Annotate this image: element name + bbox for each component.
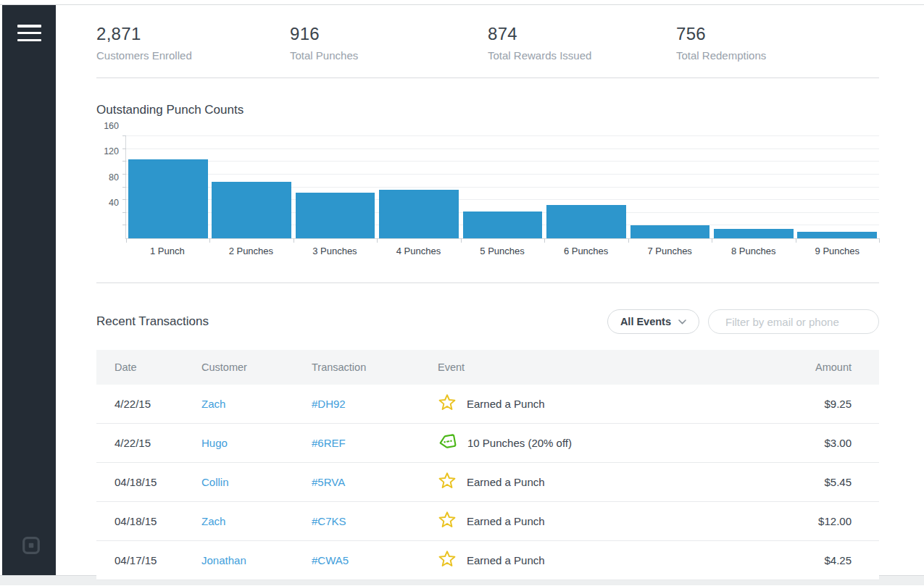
customer-link[interactable]: Jonathan — [201, 554, 246, 566]
date-cell: 04/18/15 — [96, 515, 183, 527]
amount-cell: $12.00 — [763, 515, 879, 527]
amount-cell: $9.25 — [763, 398, 879, 410]
x-axis-label: 5 Punches — [460, 246, 544, 256]
stat-label: Total Punches — [290, 49, 488, 62]
table-row: 04/18/15Collin#5RVA Earned a Punch$5.45 — [96, 463, 879, 502]
bar — [630, 225, 710, 238]
table-header-row: DateCustomerTransactionEventAmount — [96, 350, 879, 385]
event-cell: 10 Punches (20% off) — [420, 432, 763, 454]
x-axis-tick — [461, 238, 462, 243]
transactions-title: Recent Transactions — [96, 314, 209, 329]
date-cell: 4/22/15 — [96, 437, 183, 449]
star-icon — [438, 550, 457, 569]
date-cell: 4/22/15 — [96, 398, 183, 410]
customer-link[interactable]: Zach — [201, 398, 225, 410]
transaction-link[interactable]: #6REF — [312, 437, 346, 449]
column-header: Transaction — [294, 361, 420, 373]
event-label: 10 Punches (20% off) — [467, 437, 572, 449]
stat-block: 756Total Redemptions — [676, 24, 879, 62]
star-icon — [438, 393, 457, 412]
filter-search-box[interactable] — [708, 309, 879, 334]
bar — [463, 212, 543, 238]
transactions-table: DateCustomerTransactionEventAmount 4/22/… — [96, 350, 879, 580]
star-icon — [438, 472, 457, 490]
bar — [714, 229, 794, 238]
square-logo-icon[interactable] — [22, 536, 41, 555]
column-header: Amount — [763, 361, 879, 373]
event-label: Earned a Punch — [467, 476, 545, 488]
stat-label: Customers Enrolled — [96, 49, 290, 62]
chevron-down-icon — [678, 319, 686, 325]
transaction-link[interactable]: #CWA5 — [312, 554, 349, 566]
x-axis-tick — [209, 238, 210, 243]
date-cell: 04/18/15 — [96, 476, 183, 488]
star-icon — [438, 511, 457, 530]
y-axis-label: 80 — [109, 172, 119, 183]
filter-search-input[interactable] — [725, 316, 870, 328]
customer-link[interactable]: Zach — [201, 515, 225, 527]
tag-icon — [438, 432, 457, 452]
x-axis-tick — [294, 238, 294, 243]
table-row: 4/22/15Hugo#6REF 10 Punches (20% off)$3.… — [96, 424, 879, 463]
amount-cell: $4.25 — [763, 554, 879, 566]
y-axis-label: 40 — [109, 198, 119, 208]
x-axis-label: 9 Punches — [796, 246, 880, 256]
events-filter-dropdown[interactable]: All Events — [607, 309, 699, 334]
x-axis-tick — [628, 238, 629, 243]
chart-title: Outstanding Punch Counts — [96, 103, 879, 117]
customer-link[interactable]: Collin — [201, 476, 229, 488]
x-axis-tick — [544, 238, 545, 243]
bar-chart: 4080120160 1 Punch2 Punches3 Punches4 Pu… — [96, 136, 879, 256]
stat-block: 2,871Customers Enrolled — [96, 24, 290, 62]
customer-link[interactable]: Hugo — [201, 437, 228, 449]
summary-stats: 2,871Customers Enrolled916Total Punches8… — [96, 5, 879, 78]
stat-value: 756 — [676, 24, 879, 44]
column-header: Customer — [183, 361, 294, 373]
table-row: 4/22/15Zach#DH92 Earned a Punch$9.25 — [96, 385, 879, 424]
event-cell: Earned a Punch — [420, 393, 763, 414]
window-top-strip — [0, 0, 924, 5]
bar — [296, 193, 375, 238]
transaction-link[interactable]: #DH92 — [312, 398, 346, 410]
hamburger-menu-icon[interactable] — [17, 25, 41, 41]
main-content: 2,871Customers Enrolled916Total Punches8… — [56, 5, 924, 575]
x-axis-tick — [377, 238, 378, 243]
x-axis-label: 2 Punches — [209, 246, 294, 256]
event-label: Earned a Punch — [467, 554, 545, 566]
stat-value: 2,871 — [96, 24, 290, 44]
stat-label: Total Redemptions — [676, 49, 879, 62]
punch-counts-section: Outstanding Punch Counts 4080120160 1 Pu… — [96, 78, 879, 283]
x-axis-label: 8 Punches — [712, 246, 796, 256]
x-axis-label: 1 Punch — [125, 246, 209, 256]
date-cell: 04/17/15 — [96, 554, 183, 566]
x-axis-label: 7 Punches — [628, 246, 712, 256]
bar — [797, 232, 877, 238]
event-cell: Earned a Punch — [420, 472, 763, 493]
event-cell: Earned a Punch — [420, 511, 763, 532]
transaction-link[interactable]: #C7KS — [312, 515, 346, 527]
x-axis-label: 4 Punches — [377, 246, 461, 256]
stat-block: 874Total Rewards Issued — [488, 24, 676, 62]
sidebar — [2, 5, 56, 575]
amount-cell: $5.45 — [763, 476, 879, 488]
stat-block: 916Total Punches — [290, 24, 488, 62]
column-header: Event — [420, 361, 763, 373]
bar — [379, 190, 459, 238]
x-axis-tick — [126, 238, 127, 243]
amount-cell: $3.00 — [763, 437, 879, 449]
transactions-header: Recent Transactions All Events — [96, 309, 879, 334]
column-header: Date — [96, 361, 183, 373]
y-axis-label: 120 — [104, 146, 119, 156]
x-axis-tick — [879, 238, 880, 243]
stat-value: 874 — [488, 24, 676, 44]
events-filter-label: All Events — [620, 316, 671, 327]
event-cell: Earned a Punch — [420, 550, 763, 571]
x-axis-tick — [796, 238, 796, 243]
event-label: Earned a Punch — [467, 515, 545, 527]
bar — [546, 205, 626, 238]
bar — [128, 159, 208, 238]
transaction-link[interactable]: #5RVA — [312, 476, 345, 488]
table-row: 04/17/15Jonathan#CWA5 Earned a Punch$4.2… — [96, 541, 879, 580]
table-row: 04/18/15Zach#C7KS Earned a Punch$12.00 — [96, 502, 879, 541]
stat-label: Total Rewards Issued — [488, 49, 676, 62]
